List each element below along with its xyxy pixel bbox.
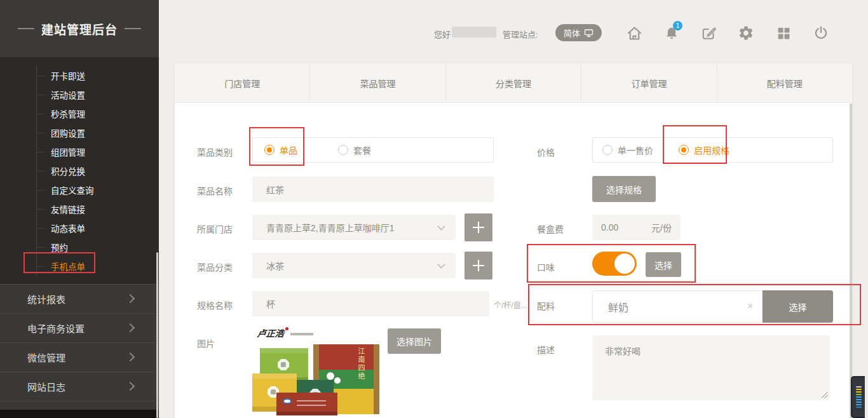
radio-set-meal[interactable] bbox=[338, 145, 348, 155]
choose-spec-button[interactable]: 选择规格 bbox=[592, 176, 656, 202]
flavor-label: 口味 bbox=[537, 260, 555, 273]
category-label: 菜品分类 bbox=[197, 260, 233, 273]
ingredient-label: 配料 bbox=[537, 299, 555, 312]
sidebar-item-dynamic-forms[interactable]: 动态表单 bbox=[0, 219, 159, 238]
tab-order-management[interactable]: 订单管理 bbox=[581, 64, 716, 102]
radio-enable-spec-label[interactable]: 启用规格 bbox=[694, 144, 729, 156]
box-fee-label: 餐盒费 bbox=[537, 222, 564, 235]
store-label: 所属门店 bbox=[197, 222, 233, 235]
logout-button[interactable] bbox=[811, 24, 831, 43]
sidebar-scrollbar[interactable] bbox=[156, 252, 158, 418]
teacup-icon bbox=[327, 372, 334, 380]
tree-tick-icon bbox=[36, 247, 45, 248]
sidebar-item-custom-query[interactable]: 自定义查询 bbox=[0, 180, 159, 199]
radio-set-meal-label[interactable]: 套餐 bbox=[353, 144, 371, 156]
section-label: 网站日志 bbox=[27, 380, 65, 393]
home-icon bbox=[626, 25, 643, 42]
plus-icon bbox=[465, 252, 492, 280]
chevron-right-icon bbox=[126, 382, 135, 391]
sidebar-item-group-buy[interactable]: 团购设置 bbox=[0, 123, 159, 142]
tab-label: 配料管理 bbox=[767, 77, 803, 90]
home-button[interactable] bbox=[625, 24, 644, 43]
widget-dash bbox=[856, 401, 862, 403]
tree-tick-icon bbox=[36, 133, 45, 133]
tab-dish-management[interactable]: 菜品管理 bbox=[309, 64, 445, 102]
sidebar-section-statistics[interactable]: 统计报表 bbox=[0, 284, 159, 313]
sidebar-item-flash-sale[interactable]: 秒杀管理 bbox=[0, 104, 159, 123]
ingredient-choose-button[interactable]: 选择 bbox=[763, 290, 833, 323]
sidebar-item-friend-links[interactable]: 友情链接 bbox=[0, 199, 159, 219]
sidebar-section-ecommerce-settings[interactable]: 电子商务设置 bbox=[0, 313, 159, 342]
add-store-button[interactable] bbox=[465, 213, 492, 241]
edit-button[interactable] bbox=[700, 24, 719, 43]
sidebar-item-reservation[interactable]: 预约 bbox=[0, 238, 159, 257]
sidebar-item-mobile-ordering[interactable]: 手机点单 bbox=[0, 257, 159, 276]
teacup-icon bbox=[334, 377, 341, 384]
grid-icon bbox=[776, 25, 792, 41]
radio-enable-spec[interactable] bbox=[679, 145, 689, 155]
section-label: 电子商务设置 bbox=[27, 321, 85, 335]
radio-single-item-label[interactable]: 单品 bbox=[280, 144, 297, 156]
tab-label: 分类管理 bbox=[496, 77, 531, 90]
sidebar-item-points-exchange[interactable]: 积分兑换 bbox=[0, 161, 159, 180]
clear-icon[interactable]: × bbox=[747, 301, 753, 311]
tab-store-management[interactable]: 门店管理 bbox=[175, 64, 309, 102]
toggle-knob bbox=[614, 253, 635, 274]
spec-name-hint: 个/杯/盘... bbox=[494, 299, 527, 310]
sidebar-header: 建站管理后台 bbox=[0, 0, 159, 57]
category-select[interactable]: 冰茶 bbox=[252, 253, 456, 278]
language-pill[interactable]: 简体 bbox=[555, 24, 602, 41]
flavor-choose-button[interactable]: 选择 bbox=[646, 252, 681, 277]
tab-ingredient-management[interactable]: 配料管理 bbox=[717, 64, 852, 102]
store-select[interactable]: 青青原上草2,青青原上草咖啡厅1 bbox=[252, 215, 456, 240]
sidebar-item-open-card-gift[interactable]: 开卡即送 bbox=[0, 66, 159, 85]
notifications-button[interactable]: 1 bbox=[662, 24, 681, 43]
box-fee-unit: 元/份 bbox=[651, 221, 672, 234]
sidebar-section-site-logs[interactable]: 网站日志 bbox=[0, 372, 159, 401]
box-fee-value: 0.00 bbox=[601, 222, 618, 233]
radio-single-price-label[interactable]: 单一售价 bbox=[618, 144, 653, 156]
add-category-button[interactable] bbox=[465, 252, 492, 280]
choose-image-button[interactable]: 选择图片 bbox=[388, 328, 441, 354]
notification-badge: 1 bbox=[673, 21, 682, 30]
apps-button[interactable] bbox=[774, 24, 793, 43]
sidebar-section-wechat-management[interactable]: 微信管理 bbox=[0, 342, 159, 372]
sidebar-item-label: 动态表单 bbox=[51, 222, 85, 234]
power-icon bbox=[813, 25, 829, 41]
extension-widget[interactable] bbox=[851, 376, 865, 418]
sidebar-item-label: 活动设置 bbox=[51, 88, 85, 101]
flavor-toggle[interactable] bbox=[592, 252, 637, 276]
content-scrollbar[interactable] bbox=[850, 104, 852, 418]
section-label: 微信管理 bbox=[27, 351, 65, 364]
language-label: 简体 bbox=[564, 27, 580, 39]
title-dash-left bbox=[18, 28, 34, 29]
sidebar-item-activity-settings[interactable]: 活动设置 bbox=[0, 85, 159, 104]
tabbar: 门店管理 菜品管理 分类管理 订单管理 配料管理 bbox=[175, 64, 852, 103]
dish-name-label: 菜品名称 bbox=[197, 184, 233, 197]
store-select-value: 青青原上草2,青青原上草咖啡厅1 bbox=[266, 221, 394, 234]
settings-button[interactable] bbox=[736, 24, 756, 43]
tree-tick-icon bbox=[36, 228, 45, 229]
description-textarea[interactable]: 非常好喝 bbox=[592, 335, 830, 400]
radio-single-item[interactable] bbox=[264, 145, 275, 155]
resize-grip-icon bbox=[822, 392, 828, 398]
edit-icon bbox=[701, 25, 717, 41]
tea-box-label bbox=[278, 359, 289, 370]
chevron-right-icon bbox=[126, 353, 135, 361]
widget-dash bbox=[856, 404, 862, 405]
description-label: 描述 bbox=[537, 343, 555, 356]
dish-name-input[interactable] bbox=[252, 177, 494, 202]
ingredient-input[interactable]: 鲜奶 × bbox=[592, 290, 763, 323]
section-label: 统计报表 bbox=[27, 292, 65, 306]
sidebar-item-label: 团购设置 bbox=[51, 126, 85, 139]
tab-category-management[interactable]: 分类管理 bbox=[445, 64, 581, 102]
ingredient-value: 鲜奶 bbox=[608, 299, 628, 314]
content-card: 门店管理 菜品管理 分类管理 订单管理 配料管理 菜品类别 单品 套餐 菜品名称… bbox=[175, 64, 852, 418]
brand-logo: 卢正浩 bbox=[257, 327, 285, 339]
box-fee-input[interactable]: 0.00 元/份 bbox=[592, 215, 681, 240]
radio-single-price[interactable] bbox=[602, 145, 613, 155]
sidebar-item-label: 积分兑换 bbox=[51, 165, 85, 177]
sidebar-item-group-management[interactable]: 组团管理 bbox=[0, 142, 159, 161]
widget-dash bbox=[856, 389, 862, 390]
spec-name-input[interactable] bbox=[252, 291, 489, 316]
